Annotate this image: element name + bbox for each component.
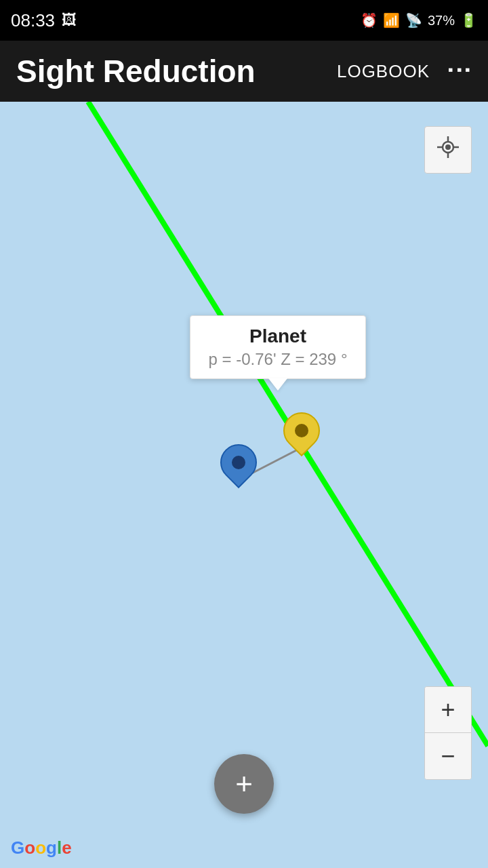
popup-title: Planet xyxy=(205,326,350,347)
status-time: 08:33 🖼 xyxy=(11,10,77,31)
alarm-icon: ⏰ xyxy=(361,12,378,28)
my-location-button[interactable] xyxy=(424,126,472,174)
add-button[interactable]: + xyxy=(214,754,274,814)
gallery-icon: 🖼 xyxy=(62,12,77,29)
logbook-button[interactable]: LOGBOOK xyxy=(337,61,430,82)
google-letter-g: G xyxy=(11,837,24,858)
google-letter-o2: o xyxy=(35,837,46,858)
more-menu-button[interactable]: ⋮ xyxy=(445,58,473,84)
add-icon: + xyxy=(235,769,253,799)
app-title: Sight Reduction xyxy=(16,53,337,90)
zoom-controls: + − xyxy=(424,686,472,780)
status-icons: ⏰ 📶 📡 37% 🔋 xyxy=(361,12,477,28)
zoom-out-button[interactable]: − xyxy=(425,733,471,779)
time-text: 08:33 xyxy=(11,10,55,31)
pin-dot-blue xyxy=(232,456,245,469)
signal-icon: 📡 xyxy=(405,12,422,28)
popup-data: p = -0.76' Z = 239 ° xyxy=(205,350,350,369)
wifi-icon: 📶 xyxy=(383,12,400,28)
google-letter-o1: o xyxy=(24,837,35,858)
app-bar: Sight Reduction LOGBOOK ⋮ xyxy=(0,41,488,102)
map-area[interactable]: Planet p = -0.76' Z = 239 ° + − + Google xyxy=(0,102,488,868)
google-logo: Google xyxy=(11,837,72,859)
location-icon xyxy=(436,135,460,165)
svg-point-7 xyxy=(445,144,451,150)
google-letter-g2: g xyxy=(46,837,57,858)
observer-pin[interactable] xyxy=(220,444,257,490)
planet-popup: Planet p = -0.76' Z = 239 ° xyxy=(190,315,366,379)
status-bar: 08:33 🖼 ⏰ 📶 📡 37% 🔋 xyxy=(0,0,488,41)
zoom-in-button[interactable]: + xyxy=(425,687,471,733)
battery-text: 37% xyxy=(428,13,455,28)
pin-dot-yellow xyxy=(295,424,308,437)
battery-icon: 🔋 xyxy=(460,12,477,28)
google-letter-e: e xyxy=(62,837,71,858)
planet-pin[interactable] xyxy=(283,412,320,458)
